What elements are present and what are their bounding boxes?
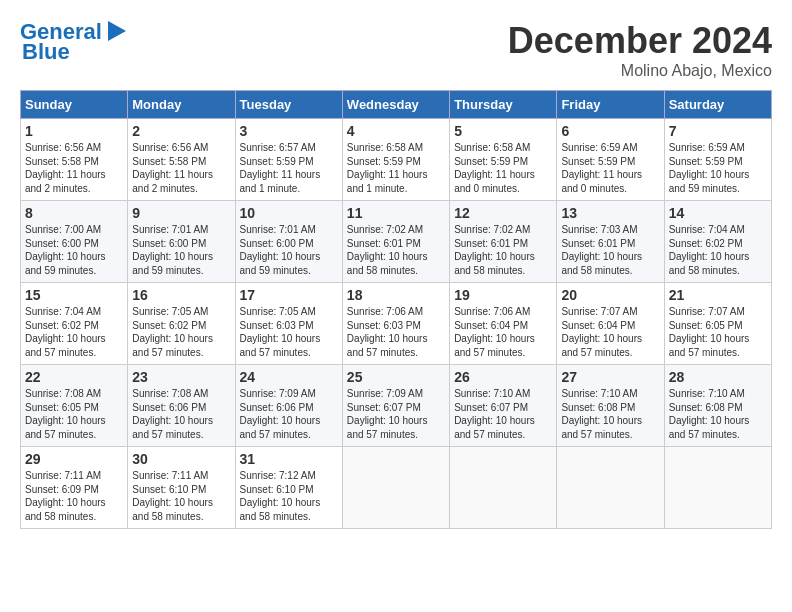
calendar-cell: 17Sunrise: 7:05 AMSunset: 6:03 PMDayligh…	[235, 283, 342, 365]
day-number: 14	[669, 205, 767, 221]
calendar-cell: 7Sunrise: 6:59 AMSunset: 5:59 PMDaylight…	[664, 119, 771, 201]
day-number: 10	[240, 205, 338, 221]
day-info: Sunrise: 6:58 AMSunset: 5:59 PMDaylight:…	[454, 141, 552, 195]
calendar-week-row: 15Sunrise: 7:04 AMSunset: 6:02 PMDayligh…	[21, 283, 772, 365]
calendar-cell: 11Sunrise: 7:02 AMSunset: 6:01 PMDayligh…	[342, 201, 449, 283]
day-info: Sunrise: 7:01 AMSunset: 6:00 PMDaylight:…	[240, 223, 338, 277]
day-info: Sunrise: 7:04 AMSunset: 6:02 PMDaylight:…	[669, 223, 767, 277]
day-info: Sunrise: 7:05 AMSunset: 6:03 PMDaylight:…	[240, 305, 338, 359]
day-info: Sunrise: 6:57 AMSunset: 5:59 PMDaylight:…	[240, 141, 338, 195]
day-number: 1	[25, 123, 123, 139]
calendar-cell: 4Sunrise: 6:58 AMSunset: 5:59 PMDaylight…	[342, 119, 449, 201]
svg-marker-0	[108, 21, 126, 41]
day-number: 17	[240, 287, 338, 303]
calendar-cell: 6Sunrise: 6:59 AMSunset: 5:59 PMDaylight…	[557, 119, 664, 201]
day-number: 19	[454, 287, 552, 303]
day-info: Sunrise: 7:08 AMSunset: 6:06 PMDaylight:…	[132, 387, 230, 441]
logo-arrow-icon	[104, 21, 126, 41]
calendar-week-row: 29Sunrise: 7:11 AMSunset: 6:09 PMDayligh…	[21, 447, 772, 529]
day-info: Sunrise: 7:00 AMSunset: 6:00 PMDaylight:…	[25, 223, 123, 277]
day-info: Sunrise: 6:59 AMSunset: 5:59 PMDaylight:…	[669, 141, 767, 195]
month-title: December 2024	[508, 20, 772, 62]
day-number: 5	[454, 123, 552, 139]
calendar-cell: 22Sunrise: 7:08 AMSunset: 6:05 PMDayligh…	[21, 365, 128, 447]
day-info: Sunrise: 7:09 AMSunset: 6:06 PMDaylight:…	[240, 387, 338, 441]
calendar-cell	[342, 447, 449, 529]
calendar-cell: 27Sunrise: 7:10 AMSunset: 6:08 PMDayligh…	[557, 365, 664, 447]
calendar-cell: 12Sunrise: 7:02 AMSunset: 6:01 PMDayligh…	[450, 201, 557, 283]
calendar-cell: 13Sunrise: 7:03 AMSunset: 6:01 PMDayligh…	[557, 201, 664, 283]
calendar-cell: 9Sunrise: 7:01 AMSunset: 6:00 PMDaylight…	[128, 201, 235, 283]
day-info: Sunrise: 6:56 AMSunset: 5:58 PMDaylight:…	[25, 141, 123, 195]
day-info: Sunrise: 7:11 AMSunset: 6:10 PMDaylight:…	[132, 469, 230, 523]
day-number: 4	[347, 123, 445, 139]
day-number: 9	[132, 205, 230, 221]
day-number: 27	[561, 369, 659, 385]
day-info: Sunrise: 7:11 AMSunset: 6:09 PMDaylight:…	[25, 469, 123, 523]
day-info: Sunrise: 7:01 AMSunset: 6:00 PMDaylight:…	[132, 223, 230, 277]
day-number: 31	[240, 451, 338, 467]
day-header-monday: Monday	[128, 91, 235, 119]
day-number: 22	[25, 369, 123, 385]
calendar-cell: 10Sunrise: 7:01 AMSunset: 6:00 PMDayligh…	[235, 201, 342, 283]
calendar-cell: 31Sunrise: 7:12 AMSunset: 6:10 PMDayligh…	[235, 447, 342, 529]
calendar-cell: 20Sunrise: 7:07 AMSunset: 6:04 PMDayligh…	[557, 283, 664, 365]
day-header-friday: Friday	[557, 91, 664, 119]
day-info: Sunrise: 7:09 AMSunset: 6:07 PMDaylight:…	[347, 387, 445, 441]
day-number: 16	[132, 287, 230, 303]
calendar-week-row: 1Sunrise: 6:56 AMSunset: 5:58 PMDaylight…	[21, 119, 772, 201]
day-number: 3	[240, 123, 338, 139]
day-number: 29	[25, 451, 123, 467]
calendar-cell: 21Sunrise: 7:07 AMSunset: 6:05 PMDayligh…	[664, 283, 771, 365]
calendar-cell: 2Sunrise: 6:56 AMSunset: 5:58 PMDaylight…	[128, 119, 235, 201]
day-info: Sunrise: 7:07 AMSunset: 6:05 PMDaylight:…	[669, 305, 767, 359]
calendar-header-row: SundayMondayTuesdayWednesdayThursdayFrid…	[21, 91, 772, 119]
day-info: Sunrise: 7:03 AMSunset: 6:01 PMDaylight:…	[561, 223, 659, 277]
calendar-cell: 14Sunrise: 7:04 AMSunset: 6:02 PMDayligh…	[664, 201, 771, 283]
day-info: Sunrise: 7:06 AMSunset: 6:04 PMDaylight:…	[454, 305, 552, 359]
calendar-body: 1Sunrise: 6:56 AMSunset: 5:58 PMDaylight…	[21, 119, 772, 529]
calendar-cell	[557, 447, 664, 529]
calendar-cell: 26Sunrise: 7:10 AMSunset: 6:07 PMDayligh…	[450, 365, 557, 447]
calendar-cell: 30Sunrise: 7:11 AMSunset: 6:10 PMDayligh…	[128, 447, 235, 529]
day-info: Sunrise: 7:08 AMSunset: 6:05 PMDaylight:…	[25, 387, 123, 441]
calendar-cell: 3Sunrise: 6:57 AMSunset: 5:59 PMDaylight…	[235, 119, 342, 201]
day-number: 23	[132, 369, 230, 385]
day-number: 7	[669, 123, 767, 139]
day-info: Sunrise: 7:07 AMSunset: 6:04 PMDaylight:…	[561, 305, 659, 359]
calendar-cell	[450, 447, 557, 529]
calendar-week-row: 22Sunrise: 7:08 AMSunset: 6:05 PMDayligh…	[21, 365, 772, 447]
day-info: Sunrise: 7:04 AMSunset: 6:02 PMDaylight:…	[25, 305, 123, 359]
calendar-cell: 23Sunrise: 7:08 AMSunset: 6:06 PMDayligh…	[128, 365, 235, 447]
page-header: General Blue December 2024 Molino Abajo,…	[20, 20, 772, 80]
day-number: 24	[240, 369, 338, 385]
calendar-cell	[664, 447, 771, 529]
day-number: 13	[561, 205, 659, 221]
day-number: 21	[669, 287, 767, 303]
day-info: Sunrise: 7:05 AMSunset: 6:02 PMDaylight:…	[132, 305, 230, 359]
calendar-cell: 16Sunrise: 7:05 AMSunset: 6:02 PMDayligh…	[128, 283, 235, 365]
calendar-week-row: 8Sunrise: 7:00 AMSunset: 6:00 PMDaylight…	[21, 201, 772, 283]
day-info: Sunrise: 7:10 AMSunset: 6:07 PMDaylight:…	[454, 387, 552, 441]
day-number: 26	[454, 369, 552, 385]
calendar-cell: 5Sunrise: 6:58 AMSunset: 5:59 PMDaylight…	[450, 119, 557, 201]
day-number: 15	[25, 287, 123, 303]
day-number: 25	[347, 369, 445, 385]
day-info: Sunrise: 6:59 AMSunset: 5:59 PMDaylight:…	[561, 141, 659, 195]
day-info: Sunrise: 7:02 AMSunset: 6:01 PMDaylight:…	[454, 223, 552, 277]
location: Molino Abajo, Mexico	[508, 62, 772, 80]
day-number: 11	[347, 205, 445, 221]
day-header-thursday: Thursday	[450, 91, 557, 119]
calendar-cell: 15Sunrise: 7:04 AMSunset: 6:02 PMDayligh…	[21, 283, 128, 365]
calendar-cell: 19Sunrise: 7:06 AMSunset: 6:04 PMDayligh…	[450, 283, 557, 365]
day-header-sunday: Sunday	[21, 91, 128, 119]
day-number: 2	[132, 123, 230, 139]
title-block: December 2024 Molino Abajo, Mexico	[508, 20, 772, 80]
calendar-cell: 29Sunrise: 7:11 AMSunset: 6:09 PMDayligh…	[21, 447, 128, 529]
day-info: Sunrise: 7:06 AMSunset: 6:03 PMDaylight:…	[347, 305, 445, 359]
day-number: 30	[132, 451, 230, 467]
calendar-table: SundayMondayTuesdayWednesdayThursdayFrid…	[20, 90, 772, 529]
calendar-cell: 25Sunrise: 7:09 AMSunset: 6:07 PMDayligh…	[342, 365, 449, 447]
day-number: 18	[347, 287, 445, 303]
day-number: 6	[561, 123, 659, 139]
